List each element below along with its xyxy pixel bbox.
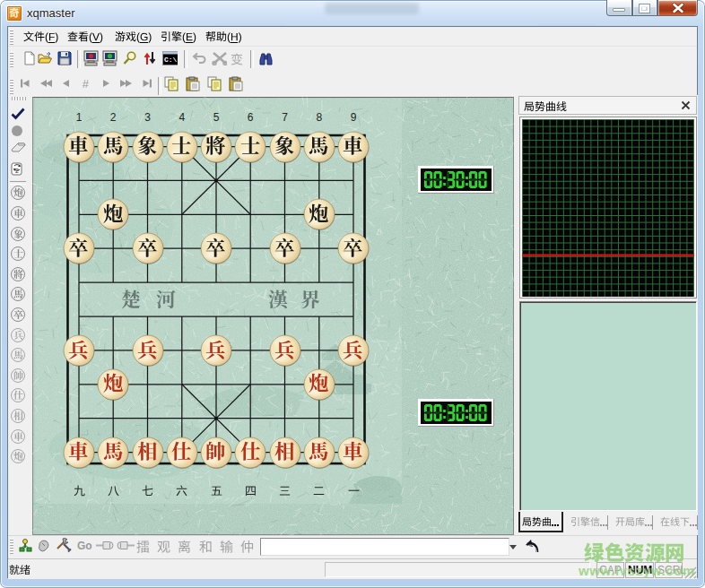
svg-text:6: 6 <box>248 111 254 124</box>
svg-text:3: 3 <box>144 111 151 124</box>
svg-text:1: 1 <box>76 111 83 124</box>
svg-text:7: 7 <box>282 111 288 124</box>
svg-text:8: 8 <box>316 111 322 124</box>
svg-text:9: 9 <box>351 111 357 124</box>
svg-text:5: 5 <box>213 111 220 124</box>
svg-text:2: 2 <box>110 111 117 124</box>
svg-text:4: 4 <box>178 111 185 124</box>
